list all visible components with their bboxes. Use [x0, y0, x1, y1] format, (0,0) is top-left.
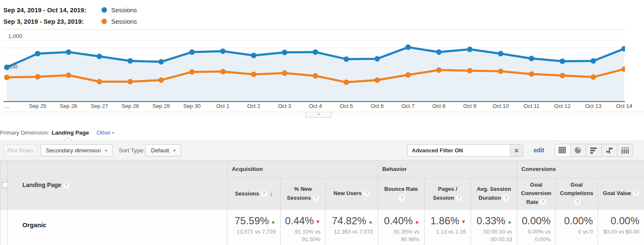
report-toolbar: Plot Rows Secondary dimension▾ Sort Type… [0, 140, 644, 160]
metric-cell-bounce-rate: 0.40%▲91.35% vs 90.98% [378, 209, 425, 245]
legend-series-label: Sessions [111, 6, 137, 14]
metric-cell-pages-session: 1.86%▼1.13 vs 1.16 [425, 209, 471, 245]
primary-dimension-other[interactable]: Other▾ [96, 129, 114, 136]
sessions-timeseries-chart[interactable]: 5001,000 [3, 29, 625, 102]
chevron-down-icon: ▾ [105, 148, 107, 153]
series-dot-blue-icon [101, 7, 107, 13]
svg-text:500: 500 [8, 63, 18, 70]
table-view-icon [558, 146, 567, 154]
selected-tab-pointer-fill [65, 138, 71, 141]
percentage-view-button[interactable] [570, 144, 586, 157]
x-axis-label: ... [0, 103, 22, 109]
metric-cell-goal-conversion-rate: 0.00%0.00% vs 0.00% [517, 209, 556, 245]
select-all-checkbox[interactable] [2, 182, 8, 188]
advanced-filter-chip: Advanced Filter ON ✕ [407, 144, 523, 157]
x-axis-label: Oct 14 [609, 103, 639, 109]
x-axis-label: Sep 27 [85, 103, 114, 109]
x-axis-label: Oct 7 [393, 103, 423, 109]
help-icon[interactable]: ? [633, 190, 639, 196]
performance-view-button[interactable] [586, 144, 602, 157]
x-axis-label: Oct 10 [486, 103, 515, 109]
column-header-sessions[interactable]: Sessions?↓ [227, 178, 281, 209]
collapse-chart-handle[interactable]: ▾ [305, 112, 332, 118]
chart-x-axis-labels: ...Sep 25Sep 26Sep 27Sep 28Sep 29Sep 30O… [3, 103, 625, 110]
column-header-new-sessions[interactable]: % New Sessions? [281, 178, 326, 209]
metric-cell-sessions: 75.59%▲13,571 vs 7,729 [227, 209, 281, 245]
metric-group-header-conversions: Conversions [517, 160, 644, 178]
analytics-report-page: Sep 24, 2019 - Oct 14, 2019: Sessions Se… [0, 0, 644, 245]
metric-cell-goal-completions: 0.00%0 vs 0 [556, 209, 598, 245]
trend-down-icon: ▼ [461, 219, 466, 225]
x-axis-label: Oct 13 [578, 103, 608, 109]
pivot-view-icon [621, 146, 630, 154]
metric-cell-new-users: 74.82%▲12,363 vs 7,072 [326, 209, 378, 245]
help-icon[interactable]: ? [503, 195, 509, 201]
sort-descending-icon[interactable]: ↓ [270, 190, 273, 197]
trend-up-icon: ▲ [271, 219, 276, 225]
table-view-button[interactable] [555, 144, 570, 157]
x-axis-label: Sep 30 [177, 103, 207, 109]
remove-filter-button[interactable]: ✕ [510, 145, 523, 156]
x-axis-label: Sep 28 [115, 103, 145, 109]
column-header-new-users[interactable]: New Users? [326, 178, 378, 209]
comparison-values: 1.13 vs 1.16 [427, 228, 466, 236]
plot-rows-button[interactable]: Plot Rows [3, 144, 37, 157]
primary-dimension-landing-page[interactable]: Landing Page [52, 129, 89, 136]
legend-row-current: Sep 24, 2019 - Oct 14, 2019: Sessions [3, 4, 137, 16]
series-dot-orange-icon [101, 19, 107, 24]
metric-cell-new-sessions: 0.44%▼91.10% vs 91.50% [281, 209, 326, 245]
column-header-goal-value[interactable]: Goal Value? [598, 178, 644, 209]
sort-type-select[interactable]: Default▾ [145, 144, 181, 157]
performance-view-icon [589, 146, 598, 154]
column-header-avg-session-duration[interactable]: Avg. Session Duration? [471, 178, 517, 209]
percentage-view-icon [574, 146, 583, 154]
help-icon[interactable]: ? [574, 199, 581, 205]
x-axis-label: Oct 12 [548, 103, 577, 109]
x-axis-label: Oct 9 [455, 103, 485, 109]
landing-page-cell[interactable]: Organic [8, 209, 227, 245]
comparison-view-button[interactable] [602, 144, 617, 157]
collapse-chart-caret-icon: ▾ [318, 112, 320, 116]
primary-dimension-label: Primary Dimension: [0, 129, 49, 136]
x-axis-label: Oct 6 [362, 103, 392, 109]
legend-date-range-previous: Sep 3, 2019 - Sep 23, 2019: [3, 18, 101, 25]
legend-series-label: Sessions [111, 18, 137, 25]
comparison-values: 0 vs 0 [558, 228, 593, 236]
metric-group-header-behavior: Behavior [378, 160, 517, 178]
metric-cell-goal-value: 0.00%$0.00 vs $0.00 [598, 209, 644, 245]
column-header-landing-page[interactable]: Landing Page? [8, 160, 227, 209]
comparison-view-icon [605, 146, 614, 154]
legend-date-range-current: Sep 24, 2019 - Oct 14, 2019: [3, 6, 101, 14]
comparison-values: $0.00 vs $0.00 [600, 228, 639, 236]
help-icon[interactable]: ? [363, 190, 370, 196]
help-icon[interactable]: ? [313, 195, 319, 201]
column-header-bounce-rate[interactable]: Bounce Rate? [378, 178, 425, 209]
secondary-dimension-button[interactable]: Secondary dimension▾ [41, 144, 112, 157]
pivot-view-button[interactable] [617, 144, 633, 157]
comparison-values: 13,571 vs 7,729 [230, 228, 276, 236]
metric-cell-avg-session-duration: 0.33%▲00:00:33 vs 00:00:33 [471, 209, 517, 245]
help-icon[interactable]: ? [456, 195, 462, 201]
help-icon[interactable]: ? [399, 195, 405, 201]
svg-text:1,000: 1,000 [8, 33, 22, 39]
column-header-goal-completions[interactable]: Goal Completions? [556, 178, 598, 209]
edit-filter-link[interactable]: edit [534, 147, 544, 154]
x-axis-label: Oct 2 [239, 103, 269, 109]
primary-dimension-row: Primary Dimension: Landing Page Other▾ [0, 129, 644, 139]
row-selector-gutter [0, 209, 8, 245]
table-row: Organic75.59%▲13,571 vs 7,7290.44%▼91.10… [0, 209, 644, 245]
trend-up-icon: ▲ [507, 219, 512, 225]
x-axis-label: Oct 3 [270, 103, 299, 109]
x-axis-label: Sep 26 [54, 103, 83, 109]
sort-type-label: Sort Type: [119, 147, 145, 154]
column-header-pages-session[interactable]: Pages / Session? [425, 178, 471, 209]
help-icon[interactable]: ? [540, 199, 546, 205]
column-header-goal-conversion-rate[interactable]: Goal Conversion Rate? [517, 178, 556, 209]
comparison-values: 91.35% vs 90.98% [381, 228, 419, 243]
help-icon[interactable]: ? [261, 190, 267, 197]
help-icon[interactable]: ? [63, 182, 69, 188]
x-axis-label: Oct 11 [517, 103, 546, 109]
comparison-values: 0.00% vs 0.00% [520, 228, 551, 243]
x-axis-label: Oct 4 [301, 103, 330, 109]
comparison-values: 00:00:33 vs 00:00:33 [474, 228, 512, 243]
